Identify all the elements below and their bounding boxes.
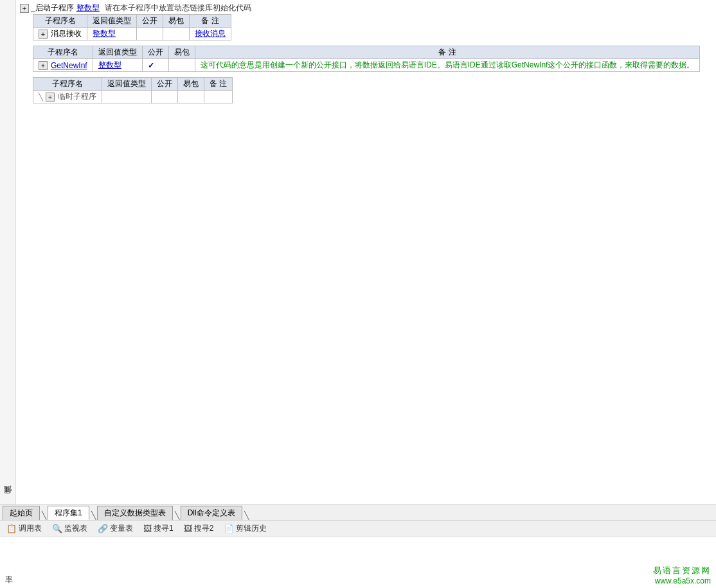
variable-icon: 🔗 xyxy=(98,524,108,533)
section3-col-note: 备 注 xyxy=(204,78,233,91)
section1-col-name: 子程序名 xyxy=(33,15,87,28)
section1-main-row: + _启动子程序 整数型 请在本子程序中放置动态链接库初始化代码 xyxy=(20,3,712,13)
section2-child-row-name: GetNewInf xyxy=(51,61,87,70)
section2-child-type[interactable]: 整数型 xyxy=(93,59,142,72)
section2-col-pub: 公开 xyxy=(142,46,168,59)
section2-table: 子程序名 返回值类型 公开 易包 备 注 + GetNe xyxy=(33,46,700,72)
section1-child-name: + 消息接收 xyxy=(33,28,87,40)
status-left-text: 率 xyxy=(5,575,13,585)
section3-child-pack xyxy=(178,91,204,103)
section1-note: 请在本子程序中放置动态链接库初始化代码 xyxy=(105,3,251,13)
section1-col-type: 返回值类型 xyxy=(87,15,137,28)
bottom-tabs: 起始页 ╲ 程序集1 ╲ 自定义数据类型表 ╲ Dll命令定义表 ╲ xyxy=(0,504,716,520)
left-side-panel: 属性 xyxy=(0,0,16,504)
section-3: 子程序名 返回值类型 公开 易包 备 注 ╲ + xyxy=(20,77,712,103)
section1-plus[interactable]: + xyxy=(20,4,29,13)
section-1: + _启动子程序 整数型 请在本子程序中放置动态链接库初始化代码 子程序名 返回… xyxy=(20,3,712,40)
variable-label: 变量表 xyxy=(110,523,133,534)
section-2: 子程序名 返回值类型 公开 易包 备 注 + GetNe xyxy=(20,46,712,72)
section3-col-name: 子程序名 xyxy=(33,78,102,91)
section1-child-pack xyxy=(163,28,190,40)
section2-child-plus[interactable]: + xyxy=(39,61,48,70)
search2-icon: 🖼 xyxy=(184,524,192,533)
watermark-line1: 易语言资源网 xyxy=(653,565,711,576)
toolbar-monitor[interactable]: 🔍 监视表 xyxy=(48,522,91,535)
section2-child-name: + GetNewInf xyxy=(33,59,93,72)
search1-icon: 🖼 xyxy=(143,524,152,533)
bottom-status: 率 易语言资源网 www.e5a5x.com xyxy=(0,537,716,588)
section2-child-note: 这可代码的意思是用创建一个新的公开接口，将数据返回给易语言IDE。易语言IDE通… xyxy=(195,59,700,72)
monitor-label: 监视表 xyxy=(64,523,87,534)
section1-child-row-0: + 消息接收 整数型 接收消息 xyxy=(33,28,231,40)
section3-child-note xyxy=(204,91,233,103)
toolbar-clip-history[interactable]: 📄 剪辑历史 xyxy=(220,522,271,535)
section1-child-type[interactable]: 整数型 xyxy=(87,28,137,40)
section1-col-pack: 易包 xyxy=(163,15,190,28)
section3-child-type xyxy=(102,91,152,103)
toolbar-calltable[interactable]: 📋 调用表 xyxy=(3,522,46,535)
toolbar-variable[interactable]: 🔗 变量表 xyxy=(94,522,137,535)
section2-header-row: 子程序名 返回值类型 公开 易包 备 注 xyxy=(33,46,700,59)
section1-child-note[interactable]: 接收消息 xyxy=(190,28,231,40)
monitor-icon: 🔍 xyxy=(52,524,62,533)
section2-col-note: 备 注 xyxy=(195,46,700,59)
section1-col-pub: 公开 xyxy=(137,15,163,28)
section2-col-name: 子程序名 xyxy=(33,46,93,59)
section1-child-row-name: 消息接收 xyxy=(51,28,82,39)
section2-child-pub: ✓ xyxy=(142,59,168,72)
tab-program-set[interactable]: 程序集1 xyxy=(48,506,89,520)
calltable-icon: 📋 xyxy=(6,524,17,533)
section3-col-pack: 易包 xyxy=(178,78,204,91)
section1-name: _启动子程序 xyxy=(31,3,74,13)
section2-child-row-0: + GetNewInf 整数型 ✓ 这可代码的意思是用创建 xyxy=(33,59,700,72)
section3-child-pub xyxy=(152,91,178,103)
toolbar-search1[interactable]: 🖼 搜寻1 xyxy=(139,522,177,535)
section2-col-type: 返回值类型 xyxy=(93,46,142,59)
tab-custom-type[interactable]: 自定义数据类型表 xyxy=(97,506,173,520)
section1-child-plus[interactable]: + xyxy=(39,30,48,39)
section2-child-pack xyxy=(168,59,195,72)
clip-label: 剪辑历史 xyxy=(236,523,267,534)
watermark: 易语言资源网 www.e5a5x.com xyxy=(653,565,711,585)
calltable-label: 调用表 xyxy=(19,523,42,534)
search1-label: 搜寻1 xyxy=(154,523,174,534)
section3-table: 子程序名 返回值类型 公开 易包 备 注 ╲ + xyxy=(33,77,233,103)
section3-col-type: 返回值类型 xyxy=(102,78,152,91)
section3-child-name: ╲ + 临时子程序 xyxy=(33,91,102,103)
section3-child-plus[interactable]: + xyxy=(46,93,55,102)
section1-header-row: 子程序名 返回值类型 公开 易包 备 注 xyxy=(33,15,231,28)
section1-child-pub xyxy=(137,28,163,40)
section3-header-row: 子程序名 返回值类型 公开 易包 备 注 xyxy=(33,78,233,91)
tab-start[interactable]: 起始页 xyxy=(3,506,40,520)
toolbar-search2[interactable]: 🖼 搜寻2 xyxy=(180,522,218,535)
section1-type[interactable]: 整数型 xyxy=(76,3,100,13)
section1-table: 子程序名 返回值类型 公开 易包 备 注 + 消息接收 xyxy=(33,14,231,40)
section1-col-note: 备 注 xyxy=(190,15,231,28)
search2-label: 搜寻2 xyxy=(194,523,214,534)
section2-col-pack: 易包 xyxy=(168,46,195,59)
content-pane: + _启动子程序 整数型 请在本子程序中放置动态链接库初始化代码 子程序名 返回… xyxy=(16,0,716,504)
section3-child-row-name: 临时子程序 xyxy=(58,91,96,102)
tab-dll-def[interactable]: Dll命令定义表 xyxy=(181,506,242,520)
section3-col-pub: 公开 xyxy=(152,78,178,91)
watermark-line2: www.e5a5x.com xyxy=(653,576,711,585)
clip-icon: 📄 xyxy=(224,524,234,533)
section3-child-row-0: ╲ + 临时子程序 xyxy=(33,91,233,103)
bottom-toolbar: 📋 调用表 🔍 监视表 🔗 变量表 🖼 搜寻1 🖼 搜寻2 📄 剪辑历史 xyxy=(0,520,716,537)
